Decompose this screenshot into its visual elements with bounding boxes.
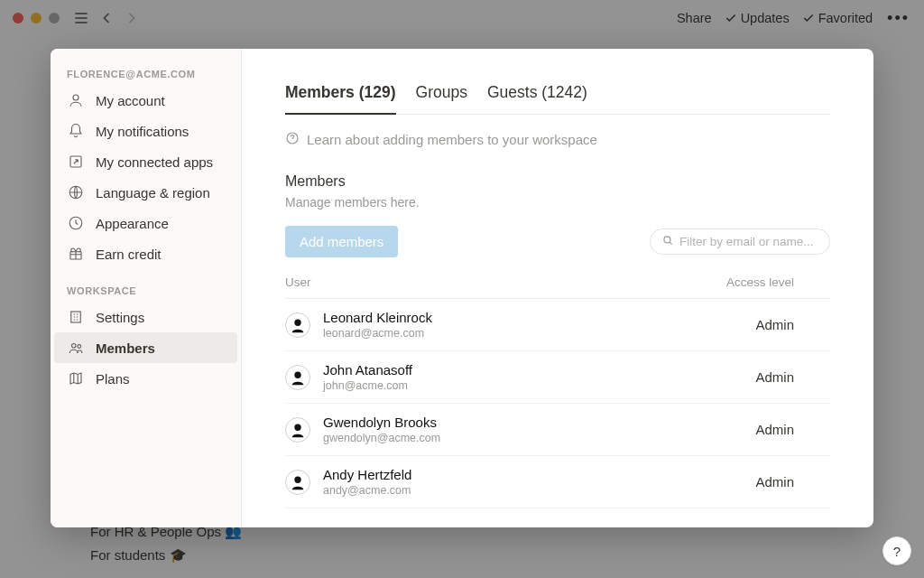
filter-input[interactable] bbox=[679, 235, 818, 248]
member-access-level[interactable]: Admin bbox=[722, 474, 830, 489]
sidebar-item-label: Members bbox=[96, 340, 155, 356]
svg-point-17 bbox=[294, 476, 300, 482]
sidebar-item-appearance[interactable]: Appearance bbox=[54, 208, 237, 238]
tab-bar: Members (129) Groups Guests (1242) bbox=[285, 76, 830, 115]
section-subtitle: Manage members here. bbox=[285, 195, 830, 210]
tab-members[interactable]: Members (129) bbox=[285, 76, 396, 115]
member-name: Leonard Kleinrock bbox=[323, 310, 432, 325]
tab-groups[interactable]: Groups bbox=[416, 76, 467, 114]
member-name: Gwendolyn Brooks bbox=[323, 415, 440, 430]
sidebar-workspace-header: WORKSPACE bbox=[54, 282, 237, 302]
svg-point-10 bbox=[78, 345, 81, 349]
tab-guests[interactable]: Guests (1242) bbox=[487, 76, 587, 114]
sidebar-item-connected-apps[interactable]: My connected apps bbox=[54, 146, 237, 177]
building-icon bbox=[67, 308, 85, 326]
help-button[interactable]: ? bbox=[882, 536, 911, 565]
map-icon bbox=[67, 369, 85, 387]
people-icon bbox=[67, 339, 85, 357]
sidebar-item-language[interactable]: Language & region bbox=[54, 177, 237, 208]
svg-point-9 bbox=[72, 344, 77, 349]
svg-point-3 bbox=[73, 95, 79, 100]
svg-point-12 bbox=[664, 237, 670, 243]
avatar-icon bbox=[285, 365, 310, 390]
sidebar-item-label: Plans bbox=[96, 371, 130, 387]
avatar-icon bbox=[67, 91, 85, 109]
sidebar-item-label: My notifications bbox=[96, 124, 189, 139]
member-access-level[interactable]: Admin bbox=[722, 369, 830, 385]
column-header-user: User bbox=[285, 275, 722, 289]
learn-more-text: Learn about adding members to your works… bbox=[307, 132, 597, 147]
table-row[interactable]: Andy Hertzfeld andy@acme.com Admin bbox=[285, 456, 830, 508]
add-members-button[interactable]: Add members bbox=[285, 226, 398, 257]
learn-more-link[interactable]: Learn about adding members to your works… bbox=[285, 131, 830, 148]
filter-field[interactable] bbox=[650, 228, 830, 255]
globe-icon bbox=[67, 183, 85, 201]
sidebar-item-label: My account bbox=[96, 93, 165, 108]
avatar-icon bbox=[285, 312, 310, 338]
table-row[interactable]: Leonard Kleinrock leonard@acme.com Admin bbox=[285, 299, 830, 351]
svg-point-15 bbox=[294, 371, 300, 378]
member-email: john@acme.com bbox=[323, 379, 412, 392]
avatar-icon bbox=[285, 417, 310, 443]
table-row[interactable]: John Atanasoff john@acme.com Admin bbox=[285, 351, 830, 404]
member-name: Andy Hertzfeld bbox=[323, 467, 411, 482]
sidebar-item-label: Appearance bbox=[96, 216, 169, 231]
avatar-icon bbox=[285, 470, 310, 495]
column-header-access: Access level bbox=[722, 275, 830, 289]
sidebar-item-earn-credit[interactable]: Earn credit bbox=[54, 238, 237, 269]
member-email: gwendolyn@acme.com bbox=[323, 432, 440, 444]
arrow-out-icon bbox=[67, 153, 85, 171]
sidebar-item-members[interactable]: Members bbox=[54, 332, 237, 363]
search-icon bbox=[661, 234, 674, 249]
help-circle-icon bbox=[285, 131, 300, 148]
svg-point-16 bbox=[294, 424, 300, 430]
section-title: Members bbox=[285, 173, 830, 190]
sidebar-item-notifications[interactable]: My notifications bbox=[54, 116, 237, 146]
clock-icon bbox=[67, 214, 85, 232]
svg-point-14 bbox=[294, 319, 300, 325]
table-row[interactable]: Gwendolyn Brooks gwendolyn@acme.com Admi… bbox=[285, 404, 830, 456]
settings-modal: FLORENCE@ACME.COM My account My notifica… bbox=[51, 49, 873, 527]
sidebar-item-label: Earn credit bbox=[96, 247, 162, 262]
settings-content: Members (129) Groups Guests (1242) Learn… bbox=[242, 49, 873, 527]
svg-rect-8 bbox=[71, 312, 81, 322]
sidebar-item-label: My connected apps bbox=[96, 154, 213, 170]
member-access-level[interactable]: Admin bbox=[722, 422, 830, 437]
sidebar-item-plans[interactable]: Plans bbox=[54, 363, 237, 394]
gift-icon bbox=[67, 245, 85, 263]
members-table-header: User Access level bbox=[285, 270, 830, 299]
sidebar-item-my-account[interactable]: My account bbox=[54, 85, 237, 116]
sidebar-item-settings[interactable]: Settings bbox=[54, 302, 237, 332]
bell-icon bbox=[67, 122, 85, 140]
member-name: John Atanasoff bbox=[323, 362, 412, 378]
sidebar-account-header: FLORENCE@ACME.COM bbox=[54, 65, 237, 85]
member-email: leonard@acme.com bbox=[323, 327, 432, 340]
sidebar-item-label: Language & region bbox=[96, 185, 210, 200]
settings-sidebar: FLORENCE@ACME.COM My account My notifica… bbox=[51, 49, 242, 527]
member-access-level[interactable]: Admin bbox=[722, 317, 830, 332]
sidebar-item-label: Settings bbox=[96, 310, 144, 325]
member-email: andy@acme.com bbox=[323, 484, 411, 497]
svg-line-13 bbox=[670, 242, 672, 245]
